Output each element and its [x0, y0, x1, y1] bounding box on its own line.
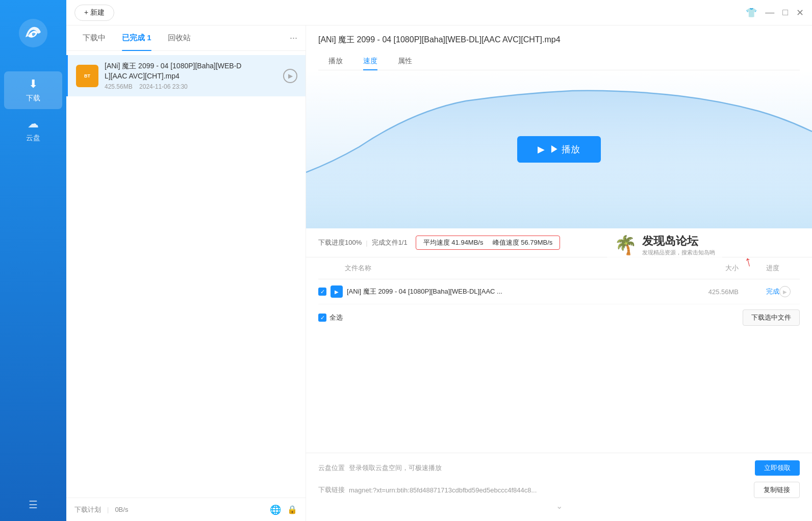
download-item[interactable]: BT [ANi] 魔王 2099 - 04 [1080P][Baha][WEB-… — [66, 55, 306, 96]
file-play-icon[interactable]: ▶ — [331, 285, 343, 298]
copy-button[interactable]: 复制链接 — [754, 482, 800, 498]
detail-title: [ANi] 魔王 2099 - 04 [1080P][Baha][WEB-DL]… — [318, 35, 800, 45]
lock-icon: 🔒 — [287, 505, 297, 514]
sidebar-item-download-label: 下载 — [26, 94, 40, 103]
main-area: + 新建 👕 — □ ✕ 下载中 已完成 1 回收站 ··· — [66, 0, 812, 521]
tab-more-button[interactable]: ··· — [290, 33, 297, 43]
speed-chart: ▶ ▶ 播放 — [306, 70, 812, 228]
play-icon: ▶ — [538, 144, 545, 155]
stats-files: 完成文件1/1 — [372, 238, 408, 247]
tab-bar: 下载中 已完成 1 回收站 ··· — [66, 25, 306, 51]
cloud-button[interactable]: 立即领取 — [755, 460, 800, 476]
header-progress: 进度 — [739, 264, 779, 273]
play-button[interactable]: ▶ ▶ 播放 — [517, 136, 600, 163]
file-item-name: [ANi] 魔王 2099 - 04 [1080P][Baha][WEB-DL]… — [347, 287, 688, 296]
file-list-footer: 全选 下载选中文件 — [318, 304, 800, 331]
detail-tab-play[interactable]: 播放 — [318, 53, 353, 70]
detail-tab-bar: 播放 速度 属性 — [318, 53, 800, 70]
file-list: 文件名称 大小 进度 ▶ [ANi] 魔王 2099 - 04 [1080P][… — [306, 257, 812, 453]
download-selected-button[interactable]: 下载选中文件 — [743, 309, 800, 326]
detail-tab-speed[interactable]: 速度 — [353, 53, 388, 70]
file-checkbox[interactable] — [318, 288, 326, 296]
file-item-progress: 完成 — [739, 287, 779, 296]
file-action-button[interactable]: ▶ — [779, 286, 791, 297]
maximize-button[interactable]: □ — [782, 7, 788, 18]
file-item-action: ▶ — [779, 286, 800, 297]
detail-header: [ANi] 魔王 2099 - 04 [1080P][Baha][WEB-DL]… — [306, 25, 812, 70]
minimize-button[interactable]: — — [765, 7, 774, 18]
chevron-down-icon[interactable]: ⌄ — [318, 498, 800, 514]
new-button[interactable]: + 新建 — [74, 5, 114, 21]
download-speed: 0B/s — [115, 506, 128, 513]
play-circle-icon[interactable]: ▶ — [283, 69, 297, 83]
header-name: 文件名称 — [345, 264, 688, 273]
download-item-info: [ANi] 魔王 2099 - 04 [1080P][Baha][WEB-DL]… — [105, 61, 279, 90]
cloud-icon: ☁ — [28, 117, 39, 131]
download-item-name: [ANi] 魔王 2099 - 04 [1080P][Baha][WEB-DL]… — [105, 61, 279, 81]
stats-progress: 下载进度100% — [318, 238, 362, 247]
link-label: 下载链接 — [318, 485, 345, 494]
content-area: 下载中 已完成 1 回收站 ··· BT [ANi] 魔王 2099 - 04 … — [66, 25, 812, 521]
file-type-icon: BT — [76, 65, 98, 87]
sidebar-nav: ⬇ 下载 ☁ 云盘 — [0, 66, 66, 499]
header-size: 大小 — [688, 264, 739, 273]
tab-trash[interactable]: 回收站 — [160, 25, 199, 51]
sidebar-item-cloud[interactable]: ☁ 云盘 — [0, 111, 66, 149]
select-all-checkbox[interactable] — [318, 314, 326, 322]
cloud-value: 登录领取云盘空间，可极速播放 — [349, 463, 755, 473]
app-logo — [15, 15, 51, 51]
footer-divider: | — [107, 506, 109, 513]
detail-panel: [ANi] 魔王 2099 - 04 [1080P][Baha][WEB-DL]… — [306, 25, 812, 521]
window-controls: 👕 — □ ✕ — [746, 7, 804, 18]
bottom-info: 云盘位置 登录领取云盘空间，可极速播放 立即领取 下载链接 magnet:?xt… — [306, 453, 812, 521]
select-all-row[interactable]: 全选 — [318, 313, 343, 322]
link-value: magnet:?xt=urn:btih:85fd48871713cdbfbd59… — [349, 486, 754, 494]
download-icon: ⬇ — [29, 77, 38, 91]
menu-icon: ☰ — [29, 499, 38, 510]
stats-row: 下载进度100% | 完成文件1/1 平均速度 41.94MB/s 峰值速度 5… — [306, 228, 812, 257]
download-list: BT [ANi] 魔王 2099 - 04 [1080P][Baha][WEB-… — [66, 51, 306, 498]
link-row: 下载链接 magnet:?xt=urn:btih:85fd48871713cdb… — [318, 482, 800, 498]
new-button-label: + 新建 — [84, 8, 105, 17]
sidebar: ⬇ 下载 ☁ 云盘 ☰ — [0, 0, 66, 521]
play-button-label: ▶ 播放 — [550, 143, 580, 155]
detail-tab-props[interactable]: 属性 — [388, 53, 422, 70]
stats-speed: 平均速度 41.94MB/s 峰值速度 56.79MB/s — [416, 236, 561, 250]
download-panel: 下载中 已完成 1 回收站 ··· BT [ANi] 魔王 2099 - 04 … — [66, 25, 306, 521]
stats-peak: 峰值速度 56.79MB/s — [493, 239, 553, 246]
download-plan-label: 下载计划 — [74, 505, 101, 514]
tab-completed[interactable]: 已完成 1 — [114, 25, 160, 51]
sidebar-item-cloud-label: 云盘 — [26, 134, 40, 143]
ie-icon[interactable]: 🌐 — [270, 504, 281, 515]
shirt-button[interactable]: 👕 — [746, 7, 757, 18]
download-footer: 下载计划 | 0B/s 🌐 🔒 — [66, 498, 306, 521]
close-button[interactable]: ✕ — [796, 7, 804, 18]
tab-downloading[interactable]: 下载中 — [74, 25, 114, 51]
file-item[interactable]: ▶ [ANi] 魔王 2099 - 04 [1080P][Baha][WEB-D… — [318, 279, 800, 304]
stats-avg: 平均速度 41.94MB/s — [423, 239, 484, 246]
sidebar-item-download[interactable]: ⬇ 下载 — [4, 71, 62, 109]
select-all-label: 全选 — [329, 313, 343, 322]
cloud-label: 云盘位置 — [318, 463, 345, 473]
cloud-row: 云盘位置 登录领取云盘空间，可极速播放 立即领取 — [318, 460, 800, 476]
title-bar: + 新建 👕 — □ ✕ — [66, 0, 812, 25]
file-list-header: 文件名称 大小 进度 — [318, 257, 800, 279]
download-item-meta: 425.56MB 2024-11-06 23:30 — [105, 83, 279, 90]
file-item-size: 425.56MB — [688, 288, 739, 296]
sidebar-menu-button[interactable]: ☰ — [29, 499, 38, 511]
